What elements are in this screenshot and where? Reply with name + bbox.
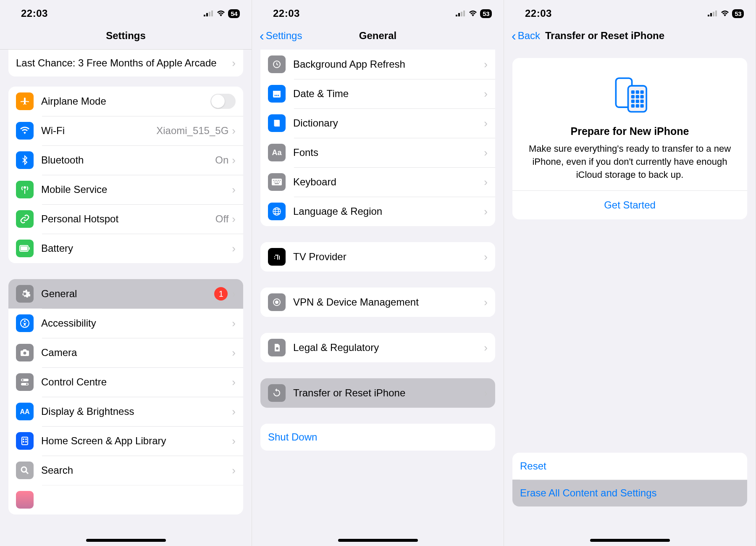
wifi-row[interactable]: Wi-Fi Xiaomi_515_5G › (8, 116, 243, 145)
reset-label: Reset (520, 460, 740, 472)
refresh-icon (268, 55, 286, 73)
tv-icon (268, 248, 286, 266)
fonts-row[interactable]: Aa Fonts › (260, 138, 495, 167)
search-row[interactable]: Search › (8, 456, 243, 485)
tv-label: TV Provider (293, 251, 484, 263)
svg-rect-36 (278, 180, 279, 181)
control-label: Control Centre (41, 376, 232, 388)
vpn-icon (268, 293, 286, 311)
chevron-right-icon: › (232, 346, 236, 359)
svg-point-20 (26, 441, 26, 442)
legal-group: Legal & Regulatory › (260, 333, 495, 362)
airplane-toggle[interactable] (210, 94, 236, 109)
prepare-heading: Prepare for New iPhone (522, 125, 738, 137)
battery-level: 54 (228, 9, 240, 18)
status-bar: 22:03 53 (504, 0, 756, 23)
svg-point-10 (24, 352, 26, 355)
airplane-mode-row[interactable]: Airplane Mode (8, 87, 243, 116)
chevron-right-icon: › (484, 176, 488, 189)
svg-rect-56 (640, 90, 643, 94)
chevron-right-icon: › (484, 87, 488, 100)
svg-point-14 (26, 383, 28, 385)
transfer-label: Transfer or Reset iPhone (293, 387, 484, 399)
back-label: Settings (266, 30, 302, 42)
fonts-icon: Aa (268, 144, 286, 161)
keyboard-row[interactable]: Keyboard › (260, 167, 495, 197)
home-screen-row[interactable]: Home Screen & App Library › (8, 426, 243, 456)
language-label: Language & Region (293, 206, 484, 217)
bluetooth-icon (16, 151, 34, 169)
keyboard-icon (268, 173, 286, 191)
background-refresh-row[interactable]: Background App Refresh › (260, 50, 495, 79)
legal-row[interactable]: Legal & Regulatory › (260, 333, 495, 362)
reset-row[interactable]: Reset (512, 453, 747, 480)
hotspot-label: Personal Hotspot (41, 213, 215, 225)
camera-row[interactable]: Camera › (8, 338, 243, 367)
datetime-row[interactable]: Date & Time › (260, 79, 495, 108)
chevron-right-icon: › (232, 242, 236, 255)
transfer-reset-screen: 22:03 53 ‹ Back Transfer or Reset iPhone (504, 0, 756, 546)
partial-row[interactable] (8, 485, 243, 514)
chevron-right-icon: › (232, 183, 236, 196)
control-centre-row[interactable]: Control Centre › (8, 367, 243, 397)
back-label: Back (518, 30, 540, 42)
datetime-label: Date & Time (293, 88, 484, 100)
chevron-right-icon: › (232, 376, 236, 389)
general-row[interactable]: General 1 › (8, 279, 243, 309)
home-indicator[interactable] (590, 539, 670, 542)
promo-label: Last Chance: 3 Free Months of Apple Arca… (16, 56, 232, 69)
svg-rect-37 (280, 180, 281, 181)
svg-rect-5 (21, 246, 27, 251)
svg-rect-23 (458, 13, 460, 16)
tv-group: TV Provider › (260, 242, 495, 272)
svg-point-18 (26, 439, 26, 440)
erase-all-row[interactable]: Erase All Content and Settings (512, 480, 747, 506)
home-indicator[interactable] (338, 539, 418, 542)
globe-icon (268, 203, 286, 220)
search-icon (16, 462, 34, 479)
svg-rect-6 (29, 247, 30, 250)
settings-content: Last Chance: 3 Free Months of Apple Arca… (0, 50, 252, 546)
mobile-service-row[interactable]: Mobile Service › (8, 175, 243, 204)
svg-rect-58 (635, 95, 639, 98)
svg-point-7 (24, 293, 26, 295)
back-button[interactable]: ‹ Back (512, 29, 540, 42)
vpn-row[interactable]: VPN & Device Management › (260, 288, 495, 317)
notification-badge: 1 (214, 287, 228, 301)
chevron-right-icon: › (232, 213, 236, 226)
reset-icon (268, 384, 286, 402)
get-started-button[interactable]: Get Started (522, 191, 738, 219)
battery-row[interactable]: Battery › (8, 234, 243, 263)
general-label: General (41, 288, 214, 300)
promo-row[interactable]: Last Chance: 3 Free Months of Apple Arca… (8, 50, 243, 76)
shutdown-row[interactable]: Shut Down (260, 424, 495, 451)
svg-point-19 (23, 441, 24, 442)
svg-rect-34 (275, 180, 276, 181)
svg-rect-49 (710, 13, 712, 16)
chevron-right-icon: › (232, 154, 236, 167)
svg-rect-62 (640, 100, 643, 103)
display-row[interactable]: AA Display & Brightness › (8, 397, 243, 426)
camera-label: Camera (41, 347, 232, 359)
chevron-right-icon: › (484, 58, 488, 71)
status-time: 22:03 (525, 8, 552, 19)
accessibility-row[interactable]: Accessibility › (8, 309, 243, 338)
toggles-icon (16, 373, 34, 391)
transfer-reset-row[interactable]: Transfer or Reset iPhone › (260, 378, 495, 408)
bluetooth-row[interactable]: Bluetooth On › (8, 145, 243, 175)
wifi-label: Wi-Fi (41, 125, 156, 137)
dictionary-row[interactable]: Dictionary › (260, 108, 495, 138)
general-group-1: Background App Refresh › Date & Time › D… (260, 50, 495, 226)
svg-rect-32 (272, 179, 282, 185)
chevron-right-icon: › (232, 288, 236, 301)
home-indicator[interactable] (86, 539, 166, 542)
wifi-icon (720, 10, 730, 17)
chevron-right-icon: › (232, 405, 236, 418)
language-row[interactable]: Language & Region › (260, 197, 495, 226)
svg-rect-1 (206, 13, 208, 16)
prepare-body: Make sure everything's ready to transfer… (522, 142, 738, 181)
svg-rect-53 (628, 86, 646, 112)
tv-provider-row[interactable]: TV Provider › (260, 242, 495, 272)
back-button[interactable]: ‹ Settings (260, 29, 302, 42)
hotspot-row[interactable]: Personal Hotspot Off › (8, 204, 243, 234)
